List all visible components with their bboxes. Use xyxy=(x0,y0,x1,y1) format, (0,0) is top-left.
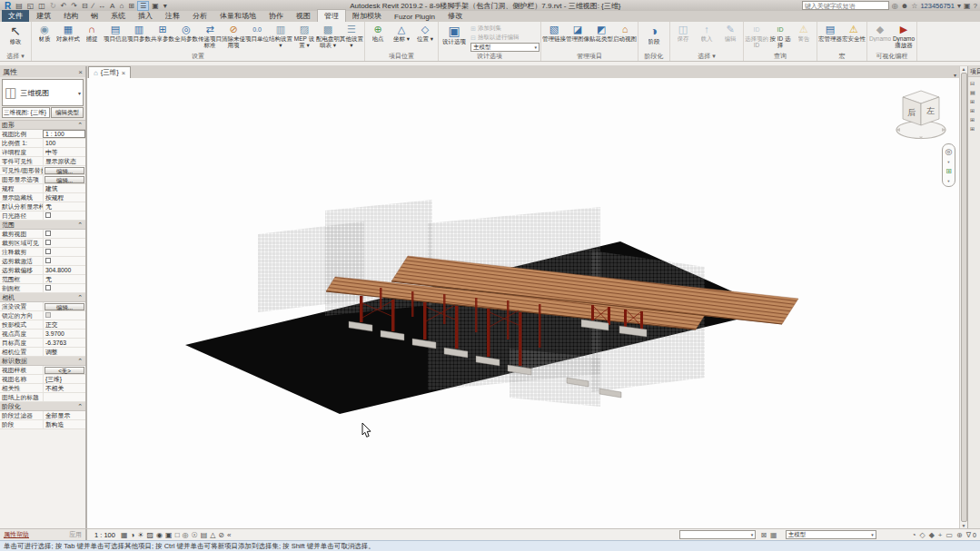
select-by-face-toggle[interactable]: ▭ xyxy=(945,531,954,539)
aligned-dimension-icon[interactable]: ↔ xyxy=(96,1,107,11)
default-3d-view-icon[interactable]: ⌂ xyxy=(117,1,125,11)
property-value[interactable]: 304.8000 xyxy=(43,266,85,274)
customize-qat-icon[interactable]: ▾ xyxy=(162,1,169,11)
decal-types-button[interactable]: ◩贴花类型 xyxy=(589,23,613,42)
rendering-dialog-icon[interactable]: ◉ xyxy=(156,531,163,539)
analytical-model-icon[interactable]: △ xyxy=(210,531,215,539)
viewcube-face-back[interactable]: 后 xyxy=(907,108,916,117)
property-value[interactable]: 不相关 xyxy=(43,384,85,392)
property-value[interactable] xyxy=(43,257,85,265)
tree-node-icon[interactable]: ⊞ xyxy=(970,125,980,132)
modify-button[interactable]: ↖修改 xyxy=(1,23,30,44)
tree-node-icon[interactable]: ⊟ xyxy=(970,80,980,86)
close-view-icon[interactable]: × xyxy=(122,69,125,77)
ribbon-tab-修改[interactable]: 修改 xyxy=(441,10,469,22)
crop-region-visible-icon[interactable]: □ xyxy=(175,531,180,539)
section-header[interactable]: 图形⌃ xyxy=(0,121,85,130)
view-instance-combo[interactable]: 三维视图: {三维} xyxy=(2,107,50,118)
transfer-project-standards-button[interactable]: ⇄传递项目标准 xyxy=(198,23,222,48)
view-cube[interactable]: 后 左 xyxy=(894,85,948,143)
property-value[interactable] xyxy=(43,230,85,238)
properties-header[interactable]: 属性 × xyxy=(0,66,85,77)
property-value[interactable]: 调整 xyxy=(43,348,85,356)
ribbon-tab-结构[interactable]: 结构 xyxy=(57,10,84,22)
property-value[interactable]: 显示原状态 xyxy=(43,157,85,165)
design-options-button[interactable]: ▣设计选项 xyxy=(440,23,469,44)
starting-view-button[interactable]: ⌂启动视图 xyxy=(613,23,637,42)
vertical-scrollbar[interactable]: ▲ ▼ xyxy=(959,66,967,528)
ribbon-tab-管理[interactable]: 管理 xyxy=(317,9,346,22)
view-tab-3d[interactable]: ⌂ {三维} × xyxy=(88,66,131,78)
property-value[interactable]: 无 xyxy=(43,275,85,283)
account-dropdown-icon[interactable]: ▾ xyxy=(957,2,961,10)
property-value[interactable]: 1 : 100 xyxy=(43,130,85,138)
sync-with-central-icon[interactable]: ↻ xyxy=(48,1,58,11)
property-value[interactable]: 100 xyxy=(43,139,85,147)
properties-help-link[interactable]: 属性帮助 xyxy=(4,530,29,539)
ribbon-tab-Fuzor Plugin[interactable]: Fuzor Plugin xyxy=(388,12,441,22)
section-icon[interactable]: ⊞ xyxy=(126,1,136,11)
close-icon[interactable]: × xyxy=(78,68,83,76)
revit-logo[interactable]: R xyxy=(3,1,13,11)
text-icon[interactable]: A xyxy=(108,1,116,11)
undo-icon[interactable]: ↶ xyxy=(59,1,69,11)
property-value[interactable] xyxy=(43,239,85,247)
editing-requests-icon[interactable]: ⊠ xyxy=(759,531,767,539)
tree-node-icon[interactable]: ⊞ xyxy=(970,116,980,123)
phases-button[interactable]: ◑阶段 xyxy=(639,23,668,44)
worksets-icon[interactable]: ▦ xyxy=(769,531,778,539)
property-value[interactable] xyxy=(43,284,85,292)
property-value[interactable]: 无 xyxy=(43,202,85,211)
section-header[interactable]: 阶段化⌃ xyxy=(0,402,85,411)
ribbon-tab-钢[interactable]: 钢 xyxy=(84,10,104,22)
project-browser-panel[interactable]: 项目浏览器 ⊟▤⊞⊞⊞⊞ xyxy=(967,66,980,528)
property-value[interactable]: 按规程 xyxy=(43,193,85,202)
property-value[interactable]: 新构造 xyxy=(43,420,85,428)
edit-button[interactable]: 编辑... xyxy=(45,176,84,183)
project-browser-tree[interactable]: ⊟▤⊞⊞⊞⊞ xyxy=(968,77,980,132)
property-value[interactable]: 编辑... xyxy=(43,166,85,174)
property-value[interactable]: 3.9700 xyxy=(43,330,85,338)
active-workset-combo[interactable]: ▾ xyxy=(679,530,756,539)
drag-on-selection-toggle[interactable]: ⊕ xyxy=(955,531,964,539)
open-icon[interactable]: ◱ xyxy=(25,1,36,11)
materials-button[interactable]: ◉材质 xyxy=(33,23,56,42)
visual-style-icon[interactable]: ◑ xyxy=(131,531,135,539)
property-value[interactable] xyxy=(43,212,85,220)
project-information-button[interactable]: ▤项目信息 xyxy=(104,23,127,42)
ribbon-tab-建筑[interactable]: 建筑 xyxy=(30,10,57,22)
checkbox[interactable] xyxy=(45,212,51,218)
view-tab-overflow-icon[interactable]: ▾ xyxy=(951,72,959,78)
ribbon-tab-file[interactable]: 文件 xyxy=(2,10,29,22)
help-icon[interactable]: ? xyxy=(974,2,977,10)
checkbox[interactable] xyxy=(45,249,51,254)
ribbon-tab-协作[interactable]: 协作 xyxy=(262,10,290,22)
ribbon-tab-附加模块[interactable]: 附加模块 xyxy=(346,10,388,22)
macro-security-button[interactable]: ⚠宏安全性 xyxy=(842,23,866,42)
crop-view-icon[interactable]: ▣ xyxy=(165,531,173,539)
property-value[interactable]: 正交 xyxy=(43,320,85,329)
active-design-option-combo[interactable]: 主模型 ▾ xyxy=(786,530,876,539)
shared-parameters-button[interactable]: ⊞共享参数 xyxy=(151,23,174,42)
checkbox[interactable] xyxy=(45,258,51,263)
manage-links-button[interactable]: ▧管理链接 xyxy=(542,23,566,42)
sun-path-icon[interactable]: ☀ xyxy=(137,531,144,539)
position-button[interactable]: ◇位置 ▾ xyxy=(413,23,437,42)
app-store-icon[interactable]: ▣ xyxy=(964,2,971,10)
apply-button[interactable]: 应用 xyxy=(69,530,82,539)
switch-windows-icon[interactable]: ▣ xyxy=(150,1,161,11)
section-header[interactable]: 标识数据⌃ xyxy=(0,357,85,366)
search-icon[interactable]: ◎ xyxy=(892,2,898,10)
sign-in-icon[interactable]: ☻ xyxy=(901,2,908,10)
search-input[interactable] xyxy=(802,1,889,10)
checkbox[interactable] xyxy=(45,240,51,245)
scroll-down-icon[interactable]: ▼ xyxy=(962,523,966,528)
property-value[interactable]: 中等 xyxy=(43,148,85,156)
project-parameters-button[interactable]: ▥项目参数 xyxy=(127,23,151,42)
property-value[interactable] xyxy=(43,311,85,320)
3d-model-canvas[interactable] xyxy=(87,78,959,528)
section-header[interactable]: 相机⌃ xyxy=(0,293,85,302)
property-value[interactable]: 编辑... xyxy=(43,302,85,310)
project-browser-header[interactable]: 项目浏览器 xyxy=(968,66,980,77)
thin-lines-icon[interactable]: ☰ xyxy=(137,1,149,11)
